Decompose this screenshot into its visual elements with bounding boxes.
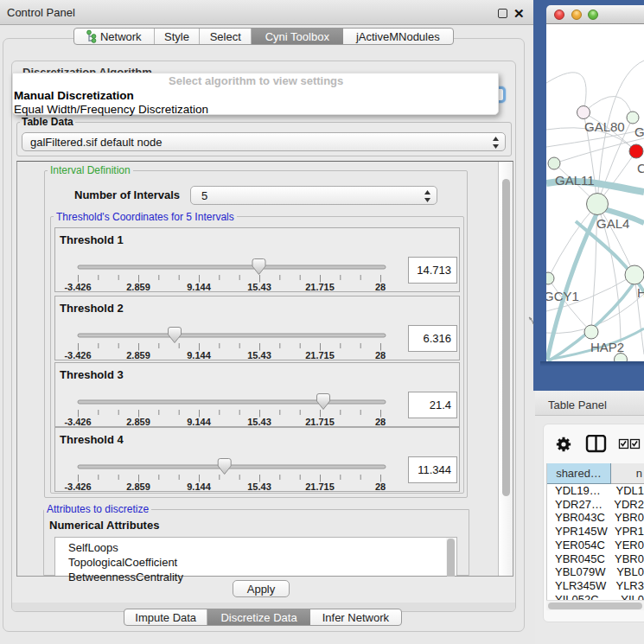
svg-text:HAP2: HAP2 [590, 340, 624, 354]
svg-text:GAL4: GAL4 [596, 216, 629, 231]
svg-text:C: C [637, 161, 644, 175]
svg-text:H: H [637, 285, 644, 300]
svg-text:GA: GA [634, 124, 644, 139]
svg-text:GAL11: GAL11 [555, 173, 595, 188]
svg-text:GCY1: GCY1 [546, 289, 579, 303]
svg-text:GAL80: GAL80 [584, 119, 625, 134]
